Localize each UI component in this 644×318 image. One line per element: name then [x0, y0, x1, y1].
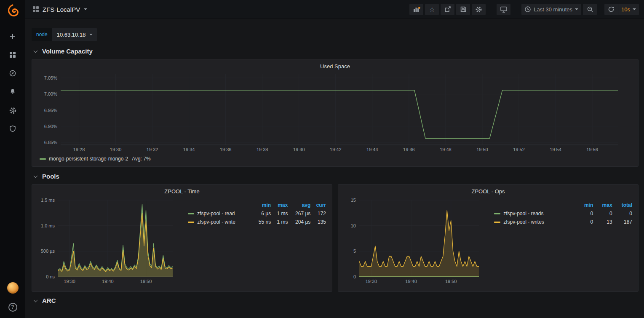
- svg-text:19:40: 19:40: [405, 279, 417, 284]
- svg-text:19:32: 19:32: [147, 147, 158, 152]
- legend-row: zfspv-pool - read6 µs1 ms267 µs172: [187, 209, 327, 218]
- panel-title[interactable]: Used Space: [36, 61, 634, 71]
- legend-series-name[interactable]: zfspv-pool - writes: [493, 218, 577, 226]
- star-button[interactable]: ☆: [425, 4, 439, 15]
- section-volume-capacity[interactable]: Volume Capacity: [32, 48, 639, 55]
- legend-column-header: max: [272, 201, 289, 209]
- chevron-down-icon: [34, 174, 38, 178]
- star-icon: ☆: [429, 6, 435, 13]
- help-icon[interactable]: ?: [4, 300, 21, 314]
- svg-text:19:44: 19:44: [366, 147, 378, 152]
- grafana-logo[interactable]: [5, 3, 20, 18]
- legend-value: 172: [311, 209, 327, 218]
- node-variable-select[interactable]: 10.63.10.18: [52, 28, 98, 41]
- explore-icon[interactable]: [4, 67, 21, 80]
- alerting-bell-icon[interactable]: [4, 85, 21, 99]
- dashboard-title-group[interactable]: ZFS-LocalPV: [33, 6, 87, 13]
- gear-icon: [475, 6, 482, 13]
- monitor-icon: [500, 6, 508, 13]
- dashboard-canvas: node 10.63.10.18 Volume Capacity Used Sp…: [25, 19, 644, 318]
- svg-text:6.85%: 6.85%: [44, 140, 57, 145]
- legend-row: zfspv-pool - reads000: [493, 209, 633, 218]
- svg-text:19:52: 19:52: [513, 147, 525, 152]
- chevron-down-icon: [34, 48, 38, 53]
- legend-column-header: total: [613, 201, 633, 209]
- svg-text:19:30: 19:30: [366, 279, 377, 284]
- sidebar: ?: [0, 0, 25, 318]
- add-panel-button[interactable]: [409, 4, 423, 15]
- legend-series-name[interactable]: mongo-persistent-storage-mongo-2: [49, 156, 128, 162]
- legend-table: minmaxavgcurrzfspv-pool - read6 µs1 ms26…: [187, 201, 327, 226]
- chevron-down-icon: [34, 298, 38, 302]
- legend-value: 13: [594, 218, 613, 226]
- refresh-interval-button[interactable]: 10s: [618, 4, 639, 15]
- chevron-down-icon: [633, 8, 636, 10]
- svg-text:6.90%: 6.90%: [44, 124, 57, 129]
- node-variable[interactable]: node 10.63.10.18: [32, 28, 97, 41]
- node-variable-label: node: [32, 28, 52, 41]
- save-button[interactable]: [456, 4, 470, 15]
- chevron-down-icon: [575, 8, 578, 10]
- svg-text:15: 15: [351, 198, 356, 203]
- sidebar-menu: [4, 29, 21, 136]
- refresh-button[interactable]: [604, 4, 618, 15]
- zpool-ops-legend: minmaxtotalzfspv-pool - reads000zfspv-po…: [482, 196, 634, 286]
- server-admin-shield-icon[interactable]: [4, 122, 21, 136]
- cycle-view-button[interactable]: [497, 4, 510, 15]
- legend-value: 1 ms: [272, 209, 289, 218]
- section-arc[interactable]: ARC: [32, 297, 639, 304]
- svg-text:19:40: 19:40: [102, 279, 114, 284]
- clock-icon: [524, 6, 531, 13]
- svg-text:19:36: 19:36: [220, 147, 232, 152]
- section-title: Volume Capacity: [42, 48, 93, 55]
- legend-value: 204 µs: [289, 218, 311, 226]
- panel-used-space: Used Space 19:2819:3019:3219:3419:3619:3…: [32, 59, 639, 167]
- share-button[interactable]: [441, 4, 454, 15]
- add-panel-icon: [413, 6, 420, 13]
- legend-value: 0: [613, 209, 633, 218]
- svg-text:19:50: 19:50: [140, 279, 152, 284]
- legend-series-name[interactable]: zfspv-pool - write: [187, 218, 253, 226]
- dashboard-settings-button[interactable]: [472, 4, 486, 15]
- legend-series-name[interactable]: zfspv-pool - read: [187, 209, 253, 218]
- zoom-out-button[interactable]: [583, 4, 597, 15]
- share-icon: [444, 6, 451, 13]
- user-avatar[interactable]: [4, 281, 21, 294]
- svg-text:7.05%: 7.05%: [44, 75, 57, 80]
- legend-row: zfspv-pool - writes013187: [493, 218, 633, 226]
- dashboard-grid-icon: [33, 6, 39, 12]
- panel-zpool-ops: ZPOOL - Ops 19:3019:4019:50051015 minmax…: [338, 184, 639, 292]
- chevron-down-icon: [89, 34, 93, 35]
- time-range-button[interactable]: Last 30 minutes: [521, 4, 581, 15]
- svg-text:19:54: 19:54: [550, 147, 561, 152]
- zpool-ops-chart[interactable]: 19:3019:4019:50051015: [342, 196, 482, 286]
- section-pools[interactable]: Pools: [32, 173, 639, 180]
- used-space-legend: mongo-persistent-storage-mongo-2 Avg: 7%: [36, 154, 634, 162]
- zpool-time-chart[interactable]: 19:3019:4019:500 ns500 µs1.0 ms1.5 ms: [36, 196, 176, 286]
- legend-series-name[interactable]: zfspv-pool - reads: [493, 209, 577, 218]
- legend-avg-value: Avg: 7%: [132, 156, 150, 162]
- svg-text:7.00%: 7.00%: [44, 91, 57, 96]
- svg-text:19:46: 19:46: [403, 147, 415, 152]
- panel-title[interactable]: ZPOOL - Time: [36, 186, 328, 196]
- legend-value: 1 ms: [272, 218, 289, 226]
- used-space-chart[interactable]: 19:2819:3019:3219:3419:3619:3819:4019:42…: [36, 71, 634, 154]
- svg-text:19:50: 19:50: [476, 147, 488, 152]
- dashboard-title[interactable]: ZFS-LocalPV: [43, 6, 80, 13]
- panel-title[interactable]: ZPOOL - Ops: [342, 186, 634, 196]
- svg-text:0 ns: 0 ns: [46, 274, 55, 279]
- legend-value: 55 ns: [253, 218, 272, 226]
- svg-text:19:56: 19:56: [586, 147, 598, 152]
- legend-dash: [188, 222, 194, 223]
- refresh-icon: [608, 6, 615, 13]
- svg-text:19:34: 19:34: [183, 147, 195, 152]
- dashboards-icon[interactable]: [4, 48, 21, 61]
- configuration-gear-icon[interactable]: [4, 104, 21, 117]
- refresh-controls: 10s: [604, 4, 639, 15]
- node-variable-value: 10.63.10.18: [57, 32, 86, 38]
- svg-text:1.0 ms: 1.0 ms: [41, 223, 55, 228]
- legend-column-header: max: [594, 201, 613, 209]
- create-icon[interactable]: [4, 29, 21, 43]
- legend-column-header: curr: [311, 201, 327, 209]
- app-window: ? ZFS-LocalPV ☆: [0, 0, 644, 318]
